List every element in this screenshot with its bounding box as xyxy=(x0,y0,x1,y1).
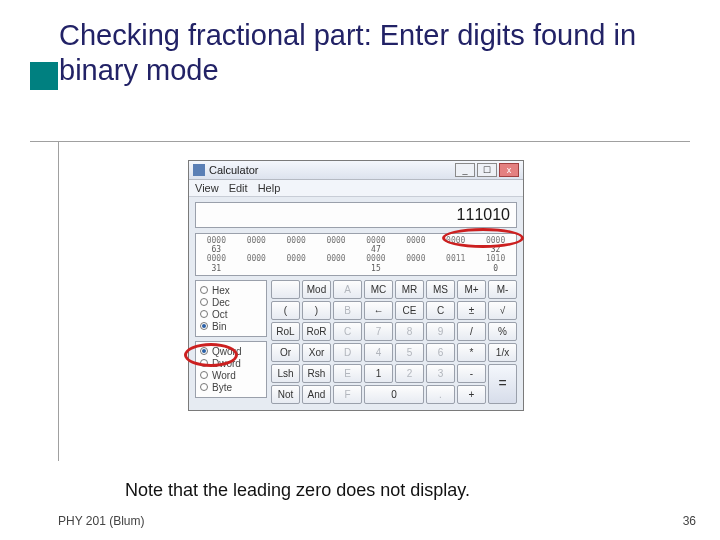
btn-e[interactable]: E xyxy=(333,364,362,383)
btn-1[interactable]: 1 xyxy=(364,364,393,383)
btn-mc[interactable]: MC xyxy=(364,280,393,299)
bit-index: 31 xyxy=(200,264,233,273)
btn-c[interactable]: C xyxy=(426,301,455,320)
bit-index: 0 xyxy=(479,264,512,273)
radio-hex[interactable]: Hex xyxy=(200,285,262,296)
bit-nibble: 0000 xyxy=(280,236,313,245)
btn-ror[interactable]: RoR xyxy=(302,322,331,341)
bit-index xyxy=(399,264,432,273)
decor-square xyxy=(30,62,58,90)
btn-multiply[interactable]: * xyxy=(457,343,486,362)
note-text: Note that the leading zero does not disp… xyxy=(125,480,470,501)
maximize-button[interactable]: ☐ xyxy=(477,163,497,177)
bit-nibble: 0000 xyxy=(439,236,472,245)
bit-nibble: 0000 xyxy=(360,254,393,263)
btn-lsh[interactable]: Lsh xyxy=(271,364,300,383)
btn-2[interactable]: 2 xyxy=(395,364,424,383)
bit-index: 15 xyxy=(360,264,393,273)
btn-mr[interactable]: MR xyxy=(395,280,424,299)
btn-ms[interactable]: MS xyxy=(426,280,455,299)
btn-a[interactable]: A xyxy=(333,280,362,299)
btn-4[interactable]: 4 xyxy=(364,343,393,362)
radio-icon xyxy=(200,310,208,318)
btn-ce[interactable]: CE xyxy=(395,301,424,320)
bit-nibble: 0011 xyxy=(439,254,472,263)
button-grid: Mod A MC MR MS M+ M- ( ) B ← CE C ± √ Ro… xyxy=(271,280,517,404)
btn-plusminus[interactable]: ± xyxy=(457,301,486,320)
btn-b[interactable]: B xyxy=(333,301,362,320)
radio-oct[interactable]: Oct xyxy=(200,309,262,320)
display: 111010 xyxy=(195,202,517,228)
btn-3[interactable]: 3 xyxy=(426,364,455,383)
bit-index: 47 xyxy=(360,245,393,254)
radio-dec[interactable]: Dec xyxy=(200,297,262,308)
btn-subtract[interactable]: - xyxy=(457,364,486,383)
btn-7[interactable]: 7 xyxy=(364,322,393,341)
btn-mplus[interactable]: M+ xyxy=(457,280,486,299)
btn-add[interactable]: + xyxy=(457,385,486,404)
radio-byte[interactable]: Byte xyxy=(200,382,262,393)
bit-index xyxy=(240,245,273,254)
btn-rol[interactable]: RoL xyxy=(271,322,300,341)
bit-nibble: 0000 xyxy=(200,254,233,263)
calculator-window: Calculator _ ☐ x View Edit Help 111010 0… xyxy=(188,160,524,411)
footer-left: PHY 201 (Blum) xyxy=(58,514,144,528)
radio-icon xyxy=(200,347,208,355)
menu-edit[interactable]: Edit xyxy=(229,182,248,194)
bit-index xyxy=(320,264,353,273)
btn-6[interactable]: 6 xyxy=(426,343,455,362)
btn-sqrt[interactable]: √ xyxy=(488,301,517,320)
btn-f[interactable]: F xyxy=(333,385,362,404)
bit-index: 32 xyxy=(479,245,512,254)
btn-9[interactable]: 9 xyxy=(426,322,455,341)
btn-rparen[interactable]: ) xyxy=(302,301,331,320)
btn-divide[interactable]: / xyxy=(457,322,486,341)
btn-equals[interactable]: = xyxy=(488,364,517,404)
radio-qword[interactable]: Qword xyxy=(200,346,262,357)
btn-backspace[interactable]: ← xyxy=(364,301,393,320)
radio-label: Hex xyxy=(212,285,230,296)
btn-and[interactable]: And xyxy=(302,385,331,404)
titlebar[interactable]: Calculator _ ☐ x xyxy=(189,161,523,180)
bit-nibble: 0000 xyxy=(320,254,353,263)
btn-not[interactable]: Not xyxy=(271,385,300,404)
bit-index xyxy=(280,264,313,273)
decor-line-horizontal xyxy=(30,141,690,142)
bit-nibble: 0000 xyxy=(320,236,353,245)
radio-label: Oct xyxy=(212,309,228,320)
btn-0[interactable]: 0 xyxy=(364,385,424,404)
btn-dot[interactable]: . xyxy=(426,385,455,404)
bit-index xyxy=(240,264,273,273)
bit-index xyxy=(439,245,472,254)
btn-rsh[interactable]: Rsh xyxy=(302,364,331,383)
menu-view[interactable]: View xyxy=(195,182,219,194)
radio-bin[interactable]: Bin xyxy=(200,321,262,332)
radio-dword[interactable]: Dword xyxy=(200,358,262,369)
radio-label: Word xyxy=(212,370,236,381)
close-button[interactable]: x xyxy=(499,163,519,177)
menubar: View Edit Help xyxy=(189,180,523,197)
btn-blank[interactable] xyxy=(271,280,300,299)
bit-nibble: 0000 xyxy=(399,236,432,245)
btn-reciprocal[interactable]: 1/x xyxy=(488,343,517,362)
bit-index xyxy=(320,245,353,254)
btn-8[interactable]: 8 xyxy=(395,322,424,341)
radio-word[interactable]: Word xyxy=(200,370,262,381)
bit-nibble: 0000 xyxy=(360,236,393,245)
calculator-icon xyxy=(193,164,205,176)
btn-5[interactable]: 5 xyxy=(395,343,424,362)
display-value: 111010 xyxy=(202,206,510,224)
btn-hex-c[interactable]: C xyxy=(333,322,362,341)
radio-label: Bin xyxy=(212,321,226,332)
btn-percent[interactable]: % xyxy=(488,322,517,341)
btn-d[interactable]: D xyxy=(333,343,362,362)
btn-lparen[interactable]: ( xyxy=(271,301,300,320)
btn-mminus[interactable]: M- xyxy=(488,280,517,299)
btn-mod[interactable]: Mod xyxy=(302,280,331,299)
radio-icon xyxy=(200,383,208,391)
minimize-button[interactable]: _ xyxy=(455,163,475,177)
btn-xor[interactable]: Xor xyxy=(302,343,331,362)
btn-or[interactable]: Or xyxy=(271,343,300,362)
menu-help[interactable]: Help xyxy=(258,182,281,194)
page-number: 36 xyxy=(683,514,696,528)
